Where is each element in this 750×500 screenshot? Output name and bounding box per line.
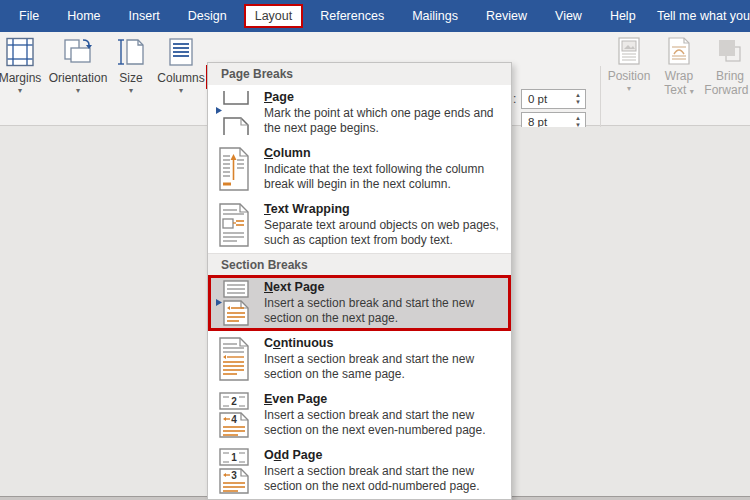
continuous-break-icon	[217, 336, 251, 382]
position-label: Position	[608, 69, 651, 83]
svg-text:2: 2	[231, 396, 237, 407]
position-button[interactable]: Position ▾	[604, 37, 654, 93]
menu-item-title: Column	[264, 146, 508, 160]
menu-item-text-wrapping[interactable]: Text Wrapping Separate text around objec…	[208, 197, 511, 253]
spacing-before-input[interactable]: 0 pt ▲ ▼	[521, 89, 586, 109]
size-button[interactable]: Size ▾	[109, 37, 153, 95]
menu-item-column[interactable]: Column Indicate that the text following …	[208, 141, 511, 197]
spin-down-icon[interactable]: ▼	[575, 99, 581, 106]
tab-insert[interactable]: Insert	[118, 4, 171, 28]
menu-item-title: Page	[264, 90, 508, 104]
menu-item-description: Insert a section break and start the new…	[264, 408, 508, 438]
spacing-before-value: 0 pt	[522, 93, 571, 105]
columns-button[interactable]: Columns ▾	[156, 37, 206, 95]
tab-design[interactable]: Design	[177, 4, 238, 28]
orientation-button[interactable]: Orientation ▾	[43, 37, 113, 95]
menu-item-description: Insert a section break and start the new…	[264, 296, 508, 326]
columns-label: Columns	[157, 71, 204, 85]
tab-file[interactable]: File	[8, 4, 50, 28]
menu-item-title: Odd Page	[264, 448, 508, 462]
bring-forward-button[interactable]: Bring Forward ▾	[702, 37, 750, 97]
tab-view[interactable]: View	[544, 4, 593, 28]
bring-forward-label-line1: Bring	[716, 69, 744, 83]
spinner-arrows[interactable]: ▲ ▼	[571, 92, 585, 106]
wrap-text-button[interactable]: Wrap Text ▾	[656, 37, 702, 97]
bring-forward-icon	[716, 37, 744, 65]
caret-down-icon: ▾	[129, 87, 133, 95]
margins-label: Margins	[0, 71, 41, 85]
svg-text:1: 1	[231, 452, 237, 463]
menu-item-even-page[interactable]: 2 4 Even Page Insert a section break and…	[208, 387, 511, 443]
odd-page-icon: 1 3	[216, 447, 252, 495]
position-icon	[616, 37, 642, 65]
menu-item-description: Indicate that the text following the col…	[264, 162, 508, 192]
menu-item-next-page[interactable]: Next Page Insert a section break and sta…	[208, 275, 511, 331]
wrap-text-label-line1: Wrap	[665, 69, 693, 83]
menu-item-title: Even Page	[264, 392, 508, 406]
caret-down-icon: ▾	[179, 87, 183, 95]
spin-up-icon[interactable]: ▲	[575, 92, 581, 99]
column-break-icon	[217, 146, 251, 192]
menu-item-description: Mark the point at which one page ends an…	[264, 106, 508, 136]
menu-item-description: Insert a section break and start the new…	[264, 352, 508, 382]
menu-item-title: Next Page	[264, 280, 508, 294]
menu-item-description: Insert a section break and start the new…	[264, 464, 508, 494]
orientation-label: Orientation	[49, 71, 108, 85]
tab-mailings[interactable]: Mailings	[401, 4, 469, 28]
caret-down-icon: ▾	[76, 87, 80, 95]
size-icon	[116, 37, 146, 67]
menu-item-title: Continuous	[264, 336, 508, 350]
menu-item-title: Text Wrapping	[264, 202, 508, 216]
wrap-text-label-line2: Text ▾	[664, 83, 693, 97]
tab-references[interactable]: References	[309, 4, 395, 28]
menu-section-section-breaks: Section Breaks	[208, 253, 511, 275]
tab-review[interactable]: Review	[475, 4, 538, 28]
text-wrapping-icon	[217, 202, 251, 248]
svg-text:4: 4	[231, 414, 237, 425]
size-label: Size	[119, 71, 142, 85]
wrap-text-icon	[666, 37, 692, 65]
tab-help[interactable]: Help	[599, 4, 647, 28]
caret-down-icon: ▾	[690, 87, 694, 96]
caret-down-icon: ▾	[627, 85, 631, 93]
tab-home[interactable]: Home	[56, 4, 111, 28]
ribbon-tab-bar: File Home Insert Design Layout Reference…	[0, 0, 750, 32]
breaks-dropdown-menu: Page Breaks Page Mark the point at which…	[207, 62, 512, 500]
spin-up-icon[interactable]: ▲	[575, 115, 581, 122]
menu-item-odd-page[interactable]: 1 3 Odd Page Insert a section break and …	[208, 443, 511, 499]
menu-item-continuous[interactable]: Continuous Insert a section break and st…	[208, 331, 511, 387]
tell-me-label: Tell me what you	[657, 9, 750, 23]
svg-text:3: 3	[231, 470, 237, 481]
even-page-icon: 2 4	[216, 391, 252, 439]
tab-layout[interactable]: Layout	[244, 4, 304, 28]
columns-icon	[166, 37, 196, 67]
tell-me-search[interactable]: Tell me what you	[650, 7, 750, 25]
menu-item-description: Separate text around objects on web page…	[264, 218, 508, 248]
caret-down-icon: ▾	[18, 87, 22, 95]
orientation-icon	[61, 37, 95, 67]
page-break-icon	[214, 90, 254, 136]
margins-icon	[5, 37, 35, 67]
bring-forward-label-line2: Forward ▾	[704, 83, 750, 97]
menu-section-page-breaks: Page Breaks	[208, 63, 511, 85]
next-page-icon	[214, 279, 254, 327]
margins-button[interactable]: Margins ▾	[0, 37, 45, 95]
menu-item-page[interactable]: Page Mark the point at which one page en…	[208, 85, 511, 141]
